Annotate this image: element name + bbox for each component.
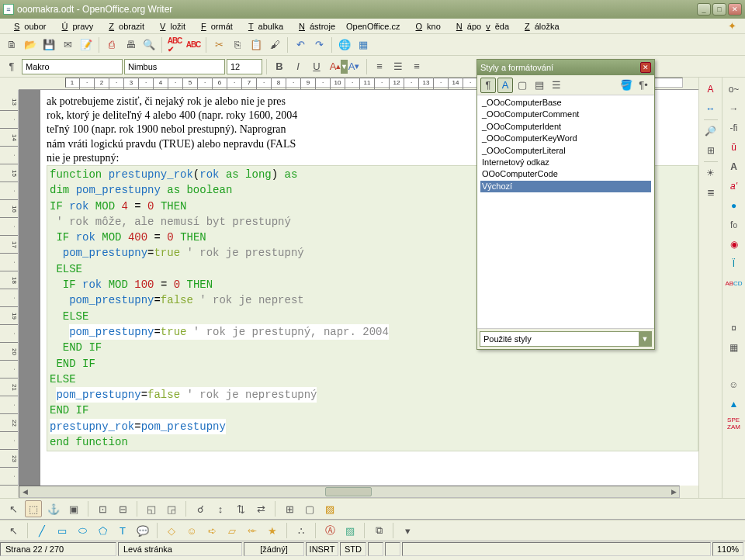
status-zoom[interactable]: 110% xyxy=(712,542,743,556)
style-list-item[interactable]: OOoComputerCode xyxy=(480,168,651,180)
styles-formatting-window[interactable]: Styly a formátování ✕ ¶ A ▢ ▤ ☰ 🪣 ¶• _OO… xyxy=(476,59,655,350)
flip-v-icon[interactable]: ⇅ xyxy=(232,500,249,517)
italic-icon[interactable]: I xyxy=(289,58,307,75)
edit-doc-icon[interactable]: 📝 xyxy=(78,36,95,54)
style-list-item[interactable]: Výchozí xyxy=(480,181,651,192)
style-list-item[interactable]: _OOoComputerLiteral xyxy=(480,145,651,157)
up-arrow-icon[interactable]: ▲ xyxy=(726,396,743,413)
bullet-icon[interactable]: ● xyxy=(726,197,743,214)
arrow-icon[interactable]: → xyxy=(726,100,743,117)
page-styles-icon[interactable]: ▤ xyxy=(532,78,547,93)
style-list-item[interactable]: _OOoComputerComment xyxy=(480,109,651,120)
abc-icon[interactable]: ABCD xyxy=(726,275,743,292)
save-icon[interactable]: 💾 xyxy=(40,36,57,54)
menu-napoveda[interactable]: Nápověda xyxy=(447,22,514,31)
paragraph-styles-icon[interactable]: ¶ xyxy=(480,78,496,93)
fill-format-icon[interactable]: 🪣 xyxy=(619,78,634,93)
menu-zalozka[interactable]: Záložka xyxy=(515,22,564,31)
font-color-icon[interactable]: A xyxy=(702,81,719,98)
flowchart-icon[interactable]: ▱ xyxy=(224,522,241,539)
find-icon[interactable]: 🔎 xyxy=(702,123,719,140)
open-icon[interactable]: 📂 xyxy=(22,36,39,54)
extrusion-icon[interactable]: ⧉ xyxy=(370,522,387,539)
menu-vlozit[interactable]: Vložit xyxy=(151,22,190,31)
smiley-icon[interactable]: ☺ xyxy=(183,522,200,539)
underline-icon[interactable]: U xyxy=(308,58,325,75)
selection-icon[interactable]: ⬚ xyxy=(25,500,42,517)
bold-a-icon[interactable]: A xyxy=(726,158,743,175)
list-styles-icon[interactable]: ☰ xyxy=(549,78,564,93)
hyperlink-icon[interactable]: 🌐 xyxy=(336,36,353,54)
font-name-input[interactable] xyxy=(125,62,238,71)
pointer-icon[interactable]: ↖ xyxy=(5,500,22,517)
style-list-item[interactable]: _OOoComputerIdent xyxy=(480,121,651,133)
align-left-icon[interactable]: ≡ xyxy=(371,58,388,75)
ellipse-icon[interactable]: ⬭ xyxy=(74,522,91,539)
text-icon[interactable]: T xyxy=(114,522,131,539)
styles-filter-input[interactable] xyxy=(480,334,639,344)
new-style-icon[interactable]: ¶• xyxy=(636,78,651,93)
autospell-icon[interactable]: ABC xyxy=(185,36,202,54)
spezam-icon[interactable]: SPEZAM xyxy=(726,415,743,432)
grid-icon[interactable]: ▦ xyxy=(726,339,743,356)
points-icon[interactable]: ∴ xyxy=(293,522,310,539)
circle-dot-icon[interactable]: ◉ xyxy=(726,236,743,253)
polygon-icon[interactable]: ⬠ xyxy=(94,522,111,539)
styles-filter-combo[interactable]: ▼ xyxy=(480,331,652,347)
fontwork-icon[interactable]: Ⓐ xyxy=(321,522,338,539)
arrow-block-icon[interactable]: ➪ xyxy=(203,522,220,539)
nonprinting-icon[interactable]: ¤ xyxy=(726,320,743,337)
cut-icon[interactable]: ✂ xyxy=(210,36,227,54)
align-right-icon[interactable]: ≡ xyxy=(408,58,425,75)
horizontal-scrollbar[interactable]: ◀▶ xyxy=(19,486,680,498)
copy-icon[interactable]: ⎘ xyxy=(229,36,246,54)
print-icon[interactable]: 🖶 xyxy=(122,36,139,54)
vertical-ruler[interactable]: 13·14·15·16·17·18·19·20·21·22·23· xyxy=(0,90,19,486)
help-icon[interactable]: ✦ xyxy=(723,18,740,35)
subscript-icon[interactable]: A▾ xyxy=(345,58,362,75)
fi-icon[interactable]: -fi xyxy=(726,119,743,137)
paste-icon[interactable]: 📋 xyxy=(248,36,265,54)
table-icon[interactable]: ▦ xyxy=(355,36,372,54)
group-icon[interactable]: ⊡ xyxy=(94,500,111,517)
status-insert[interactable]: INSRT xyxy=(306,542,338,556)
superscript-icon[interactable]: A▴ xyxy=(327,58,344,75)
star-icon[interactable]: ★ xyxy=(264,522,281,539)
font-size-combo[interactable]: ▼ xyxy=(227,59,262,74)
align-center-icon[interactable]: ☰ xyxy=(390,58,407,75)
maximize-button[interactable]: □ xyxy=(712,3,726,16)
snap-icon[interactable]: ⊞ xyxy=(281,500,298,517)
italic-a-icon[interactable]: a' xyxy=(726,178,743,195)
pdf-icon[interactable]: ⎙ xyxy=(103,36,120,54)
spellcheck-icon[interactable]: ABC✔ xyxy=(166,36,183,54)
menu-nastroje[interactable]: Nástroje xyxy=(289,22,340,31)
chevron-down-icon[interactable]: ▾ xyxy=(399,522,416,539)
email-icon[interactable]: ✉ xyxy=(59,36,76,54)
small-u-icon[interactable]: ŭ xyxy=(726,139,743,156)
menu-format[interactable]: Formát xyxy=(192,22,237,31)
line-icon[interactable]: ╱ xyxy=(33,522,50,539)
wrap-icon[interactable]: ▣ xyxy=(65,500,82,517)
menu-soubor[interactable]: Soubor xyxy=(5,22,50,31)
bring-front-icon[interactable]: ◱ xyxy=(143,500,160,517)
menu-upravy[interactable]: Úpravy xyxy=(52,22,98,31)
special-char-icon[interactable]: Ϊ xyxy=(726,255,743,272)
distribute-icon[interactable]: ↕ xyxy=(212,500,229,517)
highlight-icon[interactable]: ↔ xyxy=(702,100,719,117)
close-button[interactable]: ✕ xyxy=(728,3,742,16)
chevron-down-icon[interactable]: ▼ xyxy=(639,332,651,346)
align-obj-icon[interactable]: ☌ xyxy=(192,500,209,517)
font-name-combo[interactable]: ▼ xyxy=(124,59,225,74)
image-icon[interactable]: ▨ xyxy=(341,522,359,539)
menu-tabulka[interactable]: Tabulka xyxy=(239,22,288,31)
border-icon[interactable]: ▢ xyxy=(301,500,318,517)
preview-icon[interactable]: 🔍 xyxy=(140,36,158,54)
menu-zobrazit[interactable]: Zobrazit xyxy=(99,22,149,31)
paragraph-style-combo[interactable]: ▼ xyxy=(22,59,123,74)
status-selmode[interactable]: STD xyxy=(340,542,366,556)
new-doc-icon[interactable]: 🗎 xyxy=(3,36,20,54)
format-paint-icon[interactable]: 🖌 xyxy=(266,36,283,54)
frame-styles-icon[interactable]: ▢ xyxy=(515,78,530,93)
f-icon[interactable]: fo xyxy=(726,216,743,233)
menu-okno[interactable]: Okno xyxy=(407,22,445,31)
